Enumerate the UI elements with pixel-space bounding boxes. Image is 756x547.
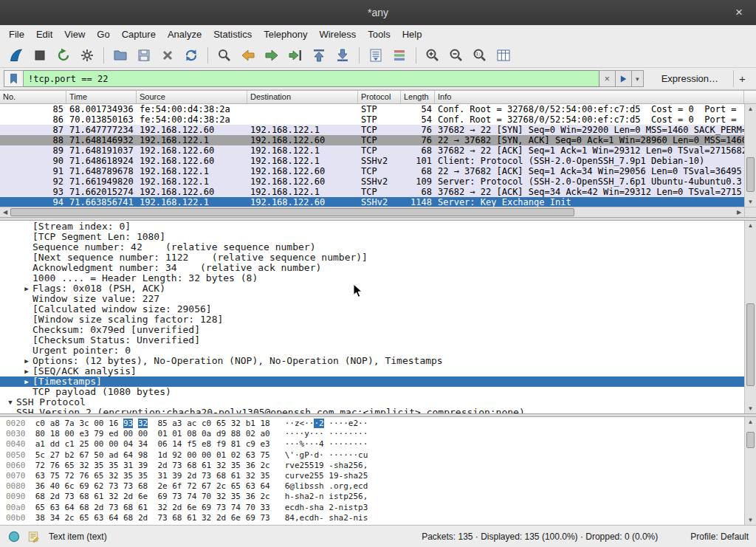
capture-comment-icon[interactable] — [27, 530, 40, 543]
packet-row[interactable]: 8771.647777234192.168.122.60192.168.122.… — [0, 125, 744, 135]
packet-row[interactable]: 9371.662015274192.168.122.60192.168.122.… — [0, 187, 744, 197]
packet-list-vscrollbar[interactable]: ▲ ▼ — [744, 104, 756, 207]
detail-line[interactable]: [Window size scaling factor: 128] — [0, 314, 744, 325]
go-back-button[interactable] — [237, 45, 259, 66]
start-capture-button[interactable] — [5, 45, 27, 66]
detail-line[interactable]: [Checksum Status: Unverified] — [0, 335, 744, 345]
zoom-out-button[interactable] — [445, 45, 467, 66]
reload-file-button[interactable] — [180, 45, 202, 66]
colorize-button[interactable] — [388, 45, 410, 66]
zoom-original-button[interactable] — [469, 45, 491, 66]
expander-right-icon[interactable]: ▶ — [21, 366, 32, 376]
detail-line[interactable]: ▶[SEQ/ACK analysis] — [0, 366, 744, 376]
packet-row[interactable]: 8871.648146932192.168.122.1192.168.122.6… — [0, 135, 744, 145]
go-to-packet-button[interactable] — [284, 45, 306, 66]
scroll-down-icon[interactable]: ▼ — [748, 197, 754, 207]
packet-row[interactable]: 8568.001734936fe:54:00:d4:38:2aSTP54Conf… — [0, 104, 744, 114]
detail-line[interactable]: ▼SSH Protocol — [0, 397, 744, 407]
hex-row[interactable]: 0090 68 2d 73 68 61 32 2d 6e 69 73 74 70… — [0, 492, 744, 502]
bytes-vscrollbar[interactable]: ▲ ▼ — [744, 417, 756, 525]
scroll-up-icon[interactable]: ▲ — [748, 104, 754, 114]
menu-item-file[interactable]: File — [3, 27, 30, 42]
hex-row[interactable]: 0080 36 40 6c 69 62 73 73 68 2e 6f 72 67… — [0, 481, 744, 492]
expander-right-icon[interactable]: ▶ — [21, 283, 32, 294]
hex-row[interactable]: 0020 c0 a8 7a 3c 00 16 93 32 85 a3 ac c0… — [0, 419, 744, 429]
hex-row[interactable]: 0030 80 18 00 e3 79 ed 00 00 01 01 08 0a… — [0, 429, 744, 439]
expert-info-icon[interactable] — [7, 530, 21, 543]
packet-row[interactable]: 9471.663856741192.168.122.1192.168.122.6… — [0, 197, 744, 207]
hex-row[interactable]: 0040 a1 dd c1 25 00 00 04 34 06 14 f5 e8… — [0, 439, 744, 450]
detail-line[interactable]: ▶Options: (12 bytes), No-Operation (NOP)… — [0, 356, 744, 366]
go-to-first-button[interactable] — [308, 45, 330, 66]
detail-line[interactable]: SSH Version 2 (encryption:chacha20-poly1… — [0, 407, 744, 413]
menu-item-analyze[interactable]: Analyze — [162, 27, 207, 42]
expander-right-icon[interactable]: ▶ — [21, 356, 32, 366]
details-vscrollbar[interactable]: ▲ ▼ — [744, 221, 756, 413]
detail-line[interactable]: Sequence number: 42 (relative sequence n… — [0, 242, 744, 252]
display-filter-input[interactable] — [24, 70, 599, 87]
go-to-last-button[interactable] — [331, 45, 354, 66]
detail-line[interactable]: Urgent pointer: 0 — [0, 345, 744, 356]
detail-line[interactable]: Window size value: 227 — [0, 294, 744, 304]
column-header-info[interactable]: Info — [435, 91, 744, 103]
detail-line[interactable]: [TCP Segment Len: 1080] — [0, 232, 744, 242]
scrollbar-thumb[interactable] — [746, 303, 755, 387]
capture-options-button[interactable] — [76, 45, 98, 66]
scrollbar-thumb[interactable] — [746, 157, 755, 192]
add-filter-button[interactable]: + — [733, 70, 751, 87]
detail-line[interactable]: Acknowledgment number: 34 (relative ack … — [0, 263, 744, 273]
close-window-button[interactable]: × — [729, 3, 749, 22]
resize-columns-button[interactable] — [492, 45, 515, 66]
hex-row[interactable]: 00b0 38 34 2c 65 63 64 68 2d 73 68 61 32… — [0, 513, 744, 523]
open-file-button[interactable] — [109, 45, 131, 66]
detail-line[interactable]: ▶Flags: 0x018 (PSH, ACK) — [0, 283, 744, 294]
column-header-length[interactable]: Length — [401, 91, 435, 103]
filter-bookmark-button[interactable] — [4, 70, 24, 87]
detail-line[interactable]: TCP payload (1080 bytes) — [0, 387, 744, 397]
go-forward-button[interactable] — [261, 45, 283, 66]
packet-row[interactable]: 8971.648191037192.168.122.60192.168.122.… — [0, 145, 744, 156]
apply-filter-button[interactable] — [616, 70, 632, 87]
scrollbar-thumb[interactable] — [746, 432, 755, 448]
restart-capture-button[interactable] — [52, 45, 75, 66]
expander-down-icon[interactable]: ▼ — [4, 397, 16, 407]
scrollbar-thumb[interactable] — [10, 208, 574, 216]
scroll-down-icon[interactable]: ▼ — [748, 404, 754, 413]
clear-filter-button[interactable]: × — [599, 70, 616, 87]
menu-item-view[interactable]: View — [58, 27, 91, 42]
zoom-in-button[interactable] — [422, 45, 444, 66]
menu-item-tools[interactable]: Tools — [362, 27, 396, 42]
hex-row[interactable]: 00a0 65 63 64 68 2d 73 68 61 32 2d 6e 69… — [0, 503, 744, 513]
scroll-down-icon[interactable]: ▼ — [748, 515, 754, 525]
filter-history-dropdown[interactable]: ▾ — [632, 70, 644, 87]
packet-row[interactable]: 9171.648789678192.168.122.1192.168.122.6… — [0, 166, 744, 176]
detail-line[interactable]: 1000 .... = Header Length: 32 bytes (8) — [0, 273, 744, 283]
menu-item-wireless[interactable]: Wireless — [313, 27, 362, 42]
save-file-button[interactable] — [133, 45, 155, 66]
scroll-left-icon[interactable]: ◀ — [0, 209, 10, 216]
detail-line[interactable]: [Stream index: 0] — [0, 221, 744, 232]
hex-row[interactable]: 0050 5c 27 b2 67 50 ad 64 98 1d 92 00 00… — [0, 450, 744, 461]
menu-item-help[interactable]: Help — [396, 27, 428, 42]
hex-row[interactable]: 0070 63 75 72 76 65 32 35 35 31 39 2d 73… — [0, 471, 744, 481]
expander-right-icon[interactable]: ▶ — [21, 376, 32, 387]
detail-line[interactable]: ▶[Timestamps] — [0, 376, 744, 387]
column-header-time[interactable]: Time — [66, 91, 137, 103]
column-header-protocol[interactable]: Protocol — [358, 91, 401, 103]
hex-row[interactable]: 0060 72 76 65 32 35 35 31 39 2d 73 68 61… — [0, 461, 744, 471]
packet-row[interactable]: 8670.013850163fe:54:00:d4:38:2aSTP54Conf… — [0, 114, 744, 125]
scroll-right-icon[interactable]: ▶ — [734, 209, 744, 216]
menu-item-go[interactable]: Go — [91, 27, 115, 42]
packet-list-hscrollbar[interactable]: ◀ ▶ — [0, 207, 756, 217]
scroll-up-icon[interactable]: ▲ — [748, 221, 754, 230]
column-header-no[interactable]: No. — [0, 91, 66, 103]
menu-item-capture[interactable]: Capture — [116, 27, 162, 42]
column-header-source[interactable]: Source — [137, 91, 247, 103]
detail-line[interactable]: [Calculated window size: 29056] — [0, 304, 744, 314]
expression-button[interactable]: Expression… — [654, 71, 726, 86]
scroll-up-icon[interactable]: ▲ — [748, 417, 754, 427]
packet-row[interactable]: 9071.648618924192.168.122.60192.168.122.… — [0, 156, 744, 166]
menu-item-telephony[interactable]: Telephony — [258, 27, 313, 42]
column-header-destination[interactable]: Destination — [247, 91, 358, 103]
close-file-button[interactable] — [157, 45, 179, 66]
